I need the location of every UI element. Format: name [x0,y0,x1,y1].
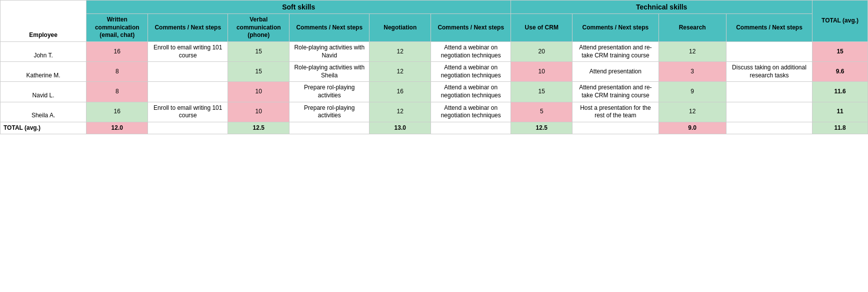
research-value: 3 [658,62,726,82]
totals-crm: 12.5 [511,122,572,134]
totals-crm-comments [572,122,658,134]
skills-table: Employee Soft skills Technical skills TO… [0,0,868,134]
research-value: 12 [658,102,726,122]
crm-value: 5 [511,102,572,122]
negotiation-comments-value: Attend a webinar on negotiation techniqu… [431,41,511,61]
total-value: 11.6 [812,82,868,102]
crm-comments-value: Host a presentation for the rest of the … [572,102,658,122]
total-header: TOTAL (avg.) [812,0,868,42]
verbal-comm-value: 15 [228,41,290,61]
negotiation-comments-header: Comments / Next steps [431,14,511,42]
negotiation-comments-value: Attend a webinar on negotiation techniqu… [431,82,511,102]
research-comments-value: Discuss taking on additional research ta… [726,62,812,82]
employee-name: Navid L. [0,82,86,102]
totals-label: TOTAL (avg.) [0,122,86,134]
written-comm-value: 8 [86,62,148,82]
totals-research-comments [726,122,812,134]
verbal-comm-header: Verbal communication (phone) [228,14,290,42]
negotiation-value: 12 [370,62,431,82]
written-comm-value: 8 [86,82,148,102]
verbal-comments-value: Prepare rol-playing activities [290,82,370,102]
table-row: Navid L. 8 10 Prepare rol-playing activi… [0,82,868,102]
totals-row: TOTAL (avg.) 12.0 12.5 13.0 12.5 9.0 11.… [0,122,868,134]
verbal-comments-header: Comments / Next steps [290,14,370,42]
negotiation-value: 12 [370,102,431,122]
written-comm-value: 16 [86,102,148,122]
totals-total: 11.8 [812,122,868,134]
table-row: John T. 16 Enroll to email writing 101 c… [0,41,868,61]
crm-comments-value: Attend presentation and re-take CRM trai… [572,82,658,102]
research-comments-value [726,102,812,122]
written-comments-header: Comments / Next steps [148,14,228,42]
employee-name: Sheila A. [0,102,86,122]
negotiation-value: 16 [370,82,431,102]
totals-negotiation-comments [431,122,511,134]
research-comments-value [726,82,812,102]
negotiation-comments-value: Attend a webinar on negotiation techniqu… [431,102,511,122]
crm-comments-header: Comments / Next steps [572,14,658,42]
research-header: Research [658,14,726,42]
verbal-comments-value: Role-playing activities with Navid [290,41,370,61]
crm-header: Use of CRM [511,14,572,42]
totals-verbal-comments [290,122,370,134]
totals-research: 9.0 [658,122,726,134]
negotiation-comments-value: Attend a webinar on negotiation techniqu… [431,62,511,82]
employee-name: Katherine M. [0,62,86,82]
crm-value: 10 [511,62,572,82]
research-comments-header: Comments / Next steps [726,14,812,42]
written-comm-value: 16 [86,41,148,61]
table-row: Sheila A. 16 Enroll to email writing 101… [0,102,868,122]
crm-value: 20 [511,41,572,61]
totals-written-comm: 12.0 [86,122,148,134]
written-comments-value: Enroll to email writing 101 course [148,41,228,61]
research-value: 12 [658,41,726,61]
written-comm-header: Written communication (email, chat) [86,14,148,42]
table-row: Katherine M. 8 15 Role-playing activitie… [0,62,868,82]
verbal-comments-value: Role-playing activities with Sheila [290,62,370,82]
research-comments-value [726,41,812,61]
totals-negotiation: 13.0 [370,122,431,134]
research-value: 9 [658,82,726,102]
total-value: 15 [812,41,868,61]
crm-comments-value: Attend presentation and re-take CRM trai… [572,41,658,61]
totals-written-comments [148,122,228,134]
written-comments-value: Enroll to email writing 101 course [148,102,228,122]
totals-verbal-comm: 12.5 [228,122,290,134]
written-comments-value [148,62,228,82]
negotiation-header: Negotiation [370,14,431,42]
negotiation-value: 12 [370,41,431,61]
technical-skills-header: Technical skills [511,0,812,14]
employee-name: John T. [0,41,86,61]
soft-skills-header: Soft skills [86,0,511,14]
employee-header: Employee [0,0,86,42]
verbal-comm-value: 10 [228,82,290,102]
total-value: 11 [812,102,868,122]
verbal-comm-value: 10 [228,102,290,122]
written-comments-value [148,82,228,102]
crm-value: 15 [511,82,572,102]
verbal-comments-value: Prepare rol-playing activities [290,102,370,122]
table-wrapper: Employee Soft skills Technical skills TO… [0,0,868,134]
verbal-comm-value: 15 [228,62,290,82]
total-value: 9.6 [812,62,868,82]
crm-comments-value: Attend presentation [572,62,658,82]
